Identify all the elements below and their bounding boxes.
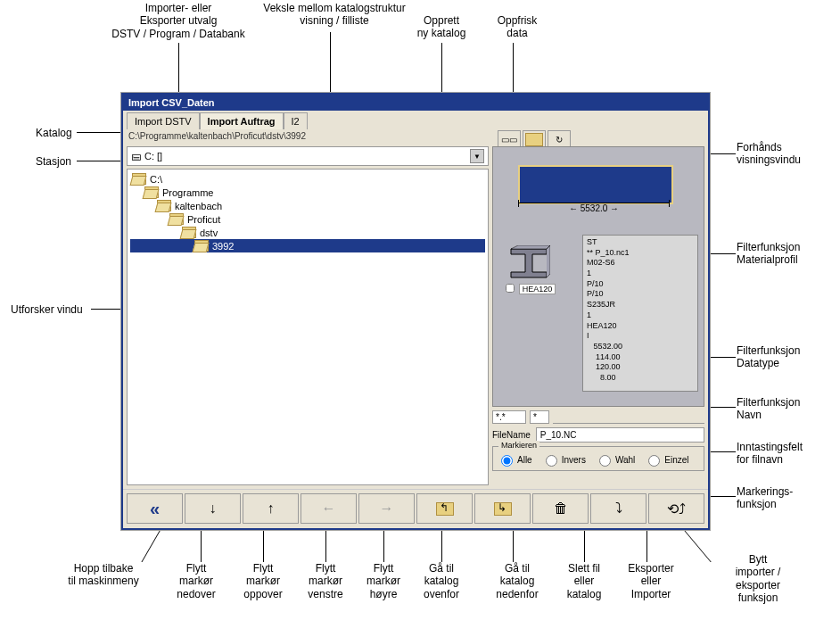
- mark-option[interactable]: Alle: [497, 452, 532, 467]
- ann-preview: Forhånds visningsvindu: [737, 141, 801, 167]
- folder-icon: [132, 173, 146, 185]
- folder-icon: [169, 213, 184, 225]
- tab-import-auftrag[interactable]: Import Auftrag: [200, 112, 284, 129]
- back-button[interactable]: «: [127, 493, 183, 524]
- ann-stasjon: Stasjon: [36, 155, 71, 168]
- profile-checkbox[interactable]: [506, 284, 515, 293]
- folder-icon: [525, 133, 543, 146]
- folder-icon: [144, 186, 159, 198]
- export-import-button[interactable]: ⤵: [590, 493, 646, 524]
- arrow-down-icon: ↓: [210, 500, 217, 517]
- export-icon: ⤵: [615, 500, 622, 517]
- ann-cursor-up: Flytt markør oppover: [232, 562, 294, 600]
- data-line: P/10: [587, 289, 694, 300]
- mark-radio[interactable]: [599, 455, 611, 467]
- folder-icon: [157, 200, 171, 211]
- mark-option[interactable]: Wahl: [595, 452, 635, 467]
- new-catalog-button[interactable]: [523, 130, 546, 148]
- tree-item-label: dstv: [200, 228, 218, 238]
- data-line: 1: [587, 310, 694, 321]
- tree-item-label: C:\: [150, 174, 162, 185]
- cursor-up-button[interactable]: ↑: [243, 493, 299, 524]
- folder-icon: [194, 240, 209, 252]
- data-line: 1: [587, 269, 694, 279]
- tree-item-label: Programme: [162, 187, 213, 198]
- mark-option-label: Invers: [562, 455, 586, 465]
- mark-radio[interactable]: [648, 455, 660, 467]
- filename-input[interactable]: [536, 427, 704, 443]
- ann-cursor-left: Flytt markør venstre: [299, 562, 352, 600]
- folder-icon: [182, 227, 196, 238]
- catalog-up-button[interactable]: [416, 493, 473, 524]
- ann-switch: Bytt importer / eksporter funksjon: [722, 553, 794, 605]
- bottom-toolbar: « ↓ ↑ ← → 🗑 ⤵ ⟲⤴: [123, 489, 708, 527]
- chevron-down-icon: ▼: [470, 149, 484, 163]
- delete-button[interactable]: 🗑: [532, 493, 589, 524]
- ann-toggle-view: Veksle mellom katalogstruktur visning / …: [245, 2, 424, 28]
- ann-filter-material: Filterfunksjon Materialprofil: [737, 241, 800, 267]
- ann-cursor-down: Flytt markør nedover: [169, 562, 223, 600]
- ann-filter-datatype: Filterfunksjon Datatype: [737, 344, 800, 370]
- filter-name-input[interactable]: [553, 410, 704, 424]
- filter-type-input[interactable]: [530, 410, 549, 424]
- ann-mark: Markerings- funksjon: [737, 485, 793, 511]
- mark-option[interactable]: Einzel: [644, 452, 688, 467]
- refresh-button[interactable]: ↻: [548, 130, 571, 148]
- tree-item[interactable]: 3992: [130, 239, 485, 252]
- filter-pattern-input[interactable]: [492, 410, 526, 424]
- tab-bar: Import DSTV Import Auftrag I2: [123, 111, 708, 129]
- toggle-view-icon: ▭▭: [501, 135, 517, 145]
- ann-filter-name: Filterfunksjon Navn: [737, 396, 800, 422]
- arrow-left-icon: ←: [322, 500, 336, 517]
- tree-item[interactable]: kaltenbach: [130, 199, 485, 212]
- drive-icon: 🖴: [131, 151, 141, 161]
- tree-item[interactable]: Programme: [130, 186, 485, 199]
- mark-radio[interactable]: [546, 455, 557, 467]
- arrow-up-icon: ↑: [268, 500, 275, 517]
- switch-mode-button[interactable]: ⟲⤴: [648, 493, 704, 524]
- mark-option[interactable]: Invers: [541, 452, 586, 467]
- data-line: P/10: [587, 279, 694, 290]
- ann-filename: Inntastingsfelt for filnavn: [737, 441, 803, 467]
- tree-item[interactable]: C:\: [130, 172, 485, 186]
- ann-cat-above: Gå til katalog ovenfor: [415, 562, 468, 600]
- data-line: I: [587, 331, 694, 342]
- catalog-down-button[interactable]: [474, 493, 531, 524]
- window-title: Import CSV_Daten: [123, 95, 708, 111]
- preview-shape: [518, 165, 673, 204]
- tree-item[interactable]: Proficut: [130, 212, 485, 226]
- tab-i2[interactable]: I2: [284, 112, 308, 129]
- data-line: 8.00: [587, 373, 694, 384]
- ann-refresh: Oppfrisk data: [482, 14, 553, 40]
- mark-box: Markieren AlleInversWahlEinzel: [492, 446, 704, 471]
- tree-item-label: 3992: [212, 241, 234, 252]
- mark-option-label: Alle: [517, 455, 532, 465]
- mark-legend: Markieren: [498, 441, 539, 450]
- data-line: S235JR: [587, 300, 694, 310]
- cursor-left-button[interactable]: ←: [301, 493, 357, 524]
- cursor-down-button[interactable]: ↓: [185, 493, 241, 524]
- explorer-tree[interactable]: C:\ProgrammekaltenbachProficutdstv3992: [127, 169, 489, 485]
- ann-cursor-right: Flytt markør høyre: [357, 562, 410, 600]
- folder-down-icon: [494, 502, 512, 516]
- import-window: Import CSV_Daten Import DSTV Import Auft…: [121, 93, 710, 530]
- mark-option-label: Wahl: [615, 455, 635, 465]
- mark-radio[interactable]: [501, 455, 513, 467]
- preview-data-list[interactable]: ST** P_10.nc1M02-S61P/10P/10S235JR1HEA12…: [582, 235, 698, 392]
- hbeam-icon: [507, 245, 550, 281]
- drive-selector[interactable]: 🖴 C: [] ▼: [127, 146, 489, 166]
- refresh-icon: ↻: [556, 135, 563, 145]
- data-line: 120.00: [587, 362, 694, 373]
- profile-label: HEA120: [519, 284, 556, 294]
- tab-import-dstv[interactable]: Import DSTV: [127, 112, 200, 129]
- ann-new-catalog: Opprett ny katalog: [401, 14, 482, 40]
- back-icon: «: [150, 499, 160, 519]
- ann-back: Hopp tilbake til maskinmeny: [59, 562, 148, 588]
- delete-icon: 🗑: [554, 500, 568, 517]
- preview-window: ← 5532.0 → HEA120 ST** P_10.nc1M02-S61P/…: [492, 146, 704, 407]
- tree-item[interactable]: dstv: [130, 226, 485, 239]
- data-line: M02-S6: [587, 258, 694, 269]
- data-line: 5532.00: [587, 342, 694, 352]
- cursor-right-button[interactable]: →: [358, 493, 415, 524]
- toggle-view-button[interactable]: ▭▭: [498, 130, 521, 148]
